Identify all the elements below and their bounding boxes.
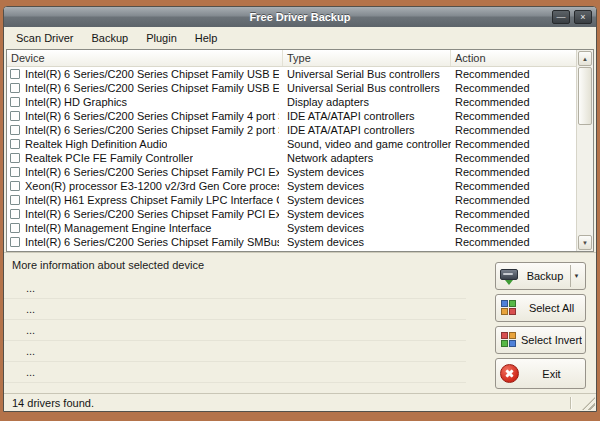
device-name: Intel(R) HD Graphics <box>25 95 127 109</box>
device-name: Intel(R) 6 Series/C200 Series Chipset Fa… <box>25 123 279 137</box>
row-checkbox[interactable] <box>10 125 20 135</box>
action-cell: Recommended <box>451 81 576 95</box>
device-name: Intel(R) 6 Series/C200 Series Chipset Fa… <box>25 235 279 249</box>
scroll-down-icon[interactable]: ▼ <box>578 235 592 250</box>
table-row[interactable]: Intel(R) 6 Series/C200 Series Chipset Fa… <box>7 165 576 179</box>
row-checkbox[interactable] <box>10 195 20 205</box>
device-cell: Realtek PCIe FE Family Controller <box>7 151 283 165</box>
app-window: Free Driver Backup — × Scan Driver Backu… <box>3 6 597 412</box>
row-checkbox[interactable] <box>10 167 20 177</box>
device-name: Intel(R) 6 Series/C200 Series Chipset Fa… <box>25 109 279 123</box>
window-title: Free Driver Backup <box>4 7 596 27</box>
device-name: Intel(R) 6 Series/C200 Series Chipset Fa… <box>25 165 279 179</box>
column-header-action[interactable]: Action <box>451 50 576 66</box>
table-row[interactable]: Intel(R) Management Engine InterfaceSyst… <box>7 221 576 235</box>
desktop-background: Free Driver Backup — × Scan Driver Backu… <box>0 0 600 421</box>
action-cell: Recommended <box>451 165 576 179</box>
table-row[interactable]: Intel(R) 6 Series/C200 Series Chipset Fa… <box>7 81 576 95</box>
row-checkbox[interactable] <box>10 69 20 79</box>
device-name: Intel(R) 6 Series/C200 Series Chipset Fa… <box>25 67 279 81</box>
row-checkbox[interactable] <box>10 181 20 191</box>
exit-icon <box>499 364 521 384</box>
device-name: Intel(R) H61 Express Chipset Family LPC … <box>25 193 279 207</box>
backup-button-label: Backup <box>521 270 569 282</box>
select-invert-button[interactable]: Select Invert <box>495 326 586 354</box>
table-row[interactable]: Realtek PCIe FE Family ControllerNetwork… <box>7 151 576 165</box>
statusbar-separator <box>570 397 572 409</box>
device-cell: Intel(R) 6 Series/C200 Series Chipset Fa… <box>7 165 283 179</box>
close-button[interactable]: × <box>574 10 592 24</box>
table-row[interactable]: Xeon(R) processor E3-1200 v2/3rd Gen Cor… <box>7 179 576 193</box>
table-row[interactable]: Intel(R) 6 Series/C200 Series Chipset Fa… <box>7 235 576 249</box>
minimize-button[interactable]: — <box>552 10 570 24</box>
table-row[interactable]: Intel(R) HD GraphicsDisplay adaptersReco… <box>7 95 576 109</box>
action-cell: Recommended <box>451 67 576 81</box>
type-cell: System devices <box>283 193 451 207</box>
action-cell: Recommended <box>451 123 576 137</box>
type-cell: Sound, video and game controllers <box>283 137 451 151</box>
action-cell: Recommended <box>451 235 576 249</box>
info-line: ... <box>4 362 466 383</box>
row-checkbox[interactable] <box>10 111 20 121</box>
backup-dropdown-arrow-icon[interactable]: ▼ <box>570 265 582 287</box>
device-cell: Intel(R) H61 Express Chipset Family LPC … <box>7 193 283 207</box>
menu-item-scan-driver[interactable]: Scan Driver <box>7 28 82 48</box>
device-cell: Intel(R) HD Graphics <box>7 95 283 109</box>
table-row[interactable]: Intel(R) 6 Series/C200 Series Chipset Fa… <box>7 109 576 123</box>
table-row[interactable]: Intel(R) 6 Series/C200 Series Chipset Fa… <box>7 67 576 81</box>
action-buttons: Backup ▼ Select All Select Invert <box>495 262 586 393</box>
type-cell: IDE ATA/ATAPI controllers <box>283 109 451 123</box>
column-header-device[interactable]: Device <box>7 50 283 66</box>
type-cell: Network adapters <box>283 151 451 165</box>
type-cell: System devices <box>283 235 451 249</box>
menu-item-backup[interactable]: Backup <box>82 28 137 48</box>
table-row[interactable]: Intel(R) H61 Express Chipset Family LPC … <box>7 193 576 207</box>
row-checkbox[interactable] <box>10 237 20 247</box>
device-name: Intel(R) 6 Series/C200 Series Chipset Fa… <box>25 207 279 221</box>
type-cell: System devices <box>283 221 451 235</box>
type-cell: System devices <box>283 165 451 179</box>
scroll-up-icon[interactable]: ▲ <box>578 51 592 66</box>
type-cell: IDE ATA/ATAPI controllers <box>283 123 451 137</box>
device-rows: Intel(R) 6 Series/C200 Series Chipset Fa… <box>7 67 576 251</box>
type-cell: Display adapters <box>283 95 451 109</box>
scrollbar-thumb[interactable] <box>578 67 592 125</box>
row-checkbox[interactable] <box>10 223 20 233</box>
row-checkbox[interactable] <box>10 139 20 149</box>
device-cell: Realtek High Definition Audio <box>7 137 283 151</box>
action-cell: Recommended <box>451 151 576 165</box>
table-row[interactable]: Intel(R) 6 Series/C200 Series Chipset Fa… <box>7 123 576 137</box>
select-invert-icon <box>499 332 521 348</box>
device-cell: Intel(R) 6 Series/C200 Series Chipset Fa… <box>7 67 283 81</box>
exit-button[interactable]: Exit <box>495 358 586 389</box>
type-cell: Universal Serial Bus controllers <box>283 67 451 81</box>
select-all-icon <box>499 300 521 316</box>
select-all-button[interactable]: Select All <box>495 294 586 322</box>
row-checkbox[interactable] <box>10 153 20 163</box>
status-text: 14 drivers found. <box>12 397 94 409</box>
device-cell: Intel(R) 6 Series/C200 Series Chipset Fa… <box>7 81 283 95</box>
scrollbar-track[interactable] <box>578 67 592 234</box>
backup-drive-icon <box>499 267 521 285</box>
device-cell: Intel(R) 6 Series/C200 Series Chipset Fa… <box>7 207 283 221</box>
row-checkbox[interactable] <box>10 97 20 107</box>
backup-button[interactable]: Backup ▼ <box>495 262 586 290</box>
resize-grip[interactable] <box>582 397 595 410</box>
menu-item-help[interactable]: Help <box>186 28 227 48</box>
device-name: Realtek PCIe FE Family Controller <box>25 151 193 165</box>
row-checkbox[interactable] <box>10 209 20 219</box>
table-row[interactable]: Intel(R) 6 Series/C200 Series Chipset Fa… <box>7 207 576 221</box>
device-name: Realtek High Definition Audio <box>25 137 167 151</box>
menu-item-plugin[interactable]: Plugin <box>137 28 186 48</box>
table-row[interactable]: Realtek High Definition AudioSound, vide… <box>7 137 576 151</box>
column-header-type[interactable]: Type <box>283 50 451 66</box>
device-list: Device Type Action Intel(R) 6 Series/C20… <box>6 49 594 252</box>
device-cell: Intel(R) 6 Series/C200 Series Chipset Fa… <box>7 235 283 249</box>
row-checkbox[interactable] <box>10 83 20 93</box>
vertical-scrollbar[interactable]: ▲ ▼ <box>576 50 593 251</box>
titlebar[interactable]: Free Driver Backup — × <box>4 7 596 27</box>
device-cell: Intel(R) 6 Series/C200 Series Chipset Fa… <box>7 123 283 137</box>
select-all-button-label: Select All <box>521 302 582 314</box>
device-cell: Intel(R) Management Engine Interface <box>7 221 283 235</box>
type-cell: Universal Serial Bus controllers <box>283 81 451 95</box>
